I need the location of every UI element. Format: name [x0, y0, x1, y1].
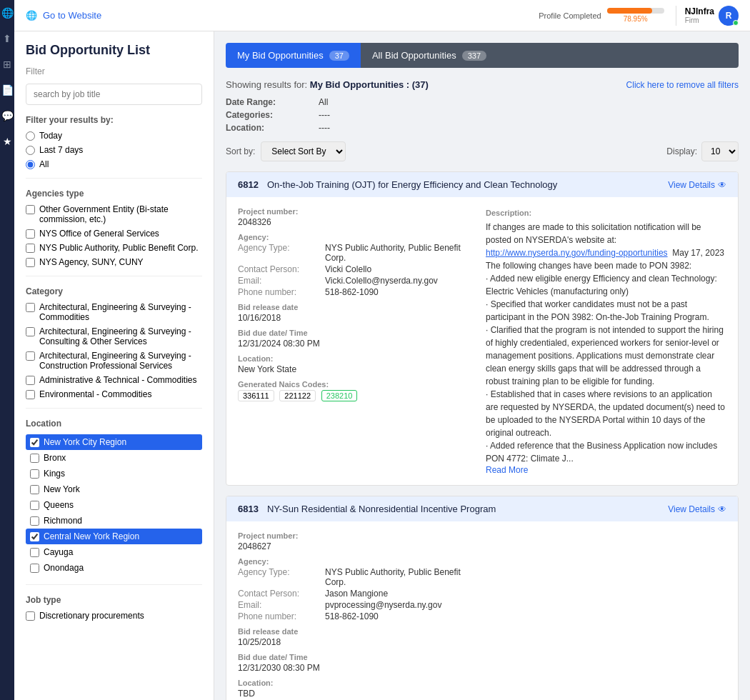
bid-release-field-6813: Bid release date 10/25/2018 [238, 627, 479, 647]
location-value-6813: TBD [238, 689, 479, 699]
sidebar: 🌐 ⬆ ⊞ 📄 💬 ★ [0, 0, 14, 700]
tabs-row: My Bid Opportunities 37 All Bid Opportun… [226, 43, 739, 68]
bid-release-label-6812: Bid release date [238, 303, 479, 311]
location-bronx[interactable]: Bronx [26, 450, 202, 466]
project-number-field-6812: Project number: 2048326 [238, 207, 479, 227]
location-central-ny[interactable]: Central New York Region [26, 529, 202, 544]
profile-section: Profile Completed 78.95% [539, 8, 664, 23]
bid-due-value-6812: 12/31/2024 08:30 PM [238, 339, 479, 349]
cat-surveying-construction[interactable]: Architectural, Engineering & Surveying -… [26, 351, 202, 371]
sort-select[interactable]: Select Sort By [261, 141, 346, 161]
bid-release-field-6812: Bid release date 10/16/2018 [238, 303, 479, 323]
agency-ogs[interactable]: NYS Office of General Services [26, 229, 202, 239]
filter-last7-label: Last 7 days [39, 145, 83, 155]
filter-today[interactable]: Today [26, 131, 202, 141]
search-input[interactable] [26, 84, 202, 105]
sidebar-icon-upload[interactable]: ⬆ [3, 33, 11, 44]
top-nav: 🌐 Go to Website Profile Completed 78.95%… [14, 0, 750, 31]
bid-release-label-6813: Bid release date [238, 627, 479, 636]
filter-last7[interactable]: Last 7 days [26, 145, 202, 155]
tab-all-bids-label: All Bid Opportunities [372, 50, 456, 61]
tab-all-bids[interactable]: All Bid Opportunities 337 [361, 43, 739, 68]
location-value-6812: New York State [238, 364, 479, 374]
agency-suny[interactable]: NYS Agency, SUNY, CUNY [26, 257, 202, 267]
page-title: Bid Opportunity List [26, 43, 202, 58]
agency-other-gov[interactable]: Other Government Entity (Bi-state commis… [26, 204, 202, 224]
project-number-label-6813: Project number: [238, 531, 479, 540]
job-type-group: Discretionary procurements [26, 611, 202, 621]
category-group: Architectural, Engineering & Surveying -… [26, 302, 202, 399]
location-queens[interactable]: Queens [26, 497, 202, 513]
category-label: Category [26, 286, 202, 296]
avatar-status-dot [733, 20, 739, 26]
job-discretionary[interactable]: Discretionary procurements [26, 611, 202, 621]
location-label: Location [26, 419, 202, 429]
bid-card-6813-header: 6813 NY-Sun Residential & Nonresidential… [226, 496, 738, 521]
location-cayuga[interactable]: Cayuga [26, 544, 202, 560]
location-kings[interactable]: Kings [26, 466, 202, 481]
description-link-6812[interactable]: http://www.nyserda.ny.gov/funding-opport… [486, 248, 668, 258]
cat-environmental[interactable]: Environmental - Commodities [26, 389, 202, 399]
top-nav-right: Profile Completed 78.95% NJInfra Firm R [539, 6, 739, 26]
bid-id-6813: 6813 [238, 504, 259, 514]
location-field-6813: Location: TBD [238, 679, 479, 699]
read-more-6812[interactable]: Read More [486, 465, 726, 475]
display-label: Display: [666, 146, 697, 156]
avatar-initials: R [726, 11, 732, 21]
goto-website-label: Go to Website [43, 10, 101, 21]
naics-field-6812: Generated Naics Codes: 336111 221122 238… [238, 380, 479, 401]
agency-public-authority[interactable]: NYS Public Authority, Public Benefit Cor… [26, 243, 202, 253]
left-panel: Bid Opportunity List Filter Filter your … [14, 31, 214, 700]
location-richmond[interactable]: Richmond [26, 513, 202, 529]
content-area: Bid Opportunity List Filter Filter your … [14, 31, 750, 700]
main-wrapper: 🌐 Go to Website Profile Completed 78.95%… [14, 0, 750, 700]
filter-today-label: Today [39, 131, 62, 141]
tab-my-bids[interactable]: My Bid Opportunities 37 [226, 43, 361, 68]
desc-label-6812: Description: [486, 209, 531, 217]
remove-filters-link[interactable]: Click here to remove all filters [626, 80, 739, 90]
firm-name: NJInfra [685, 6, 714, 16]
sidebar-icon-chat[interactable]: 💬 [1, 110, 14, 121]
sidebar-icon-star[interactable]: ★ [3, 136, 12, 147]
location-new-york[interactable]: New York [26, 481, 202, 497]
filter-by-label: Filter your results by: [26, 115, 202, 125]
project-number-value-6813: 2048627 [238, 541, 479, 551]
categories-meta-label: Categories: [226, 110, 311, 120]
location-onondaga[interactable]: Onondaga [26, 560, 202, 576]
display-select[interactable]: 10 25 50 [701, 141, 739, 161]
tab-my-bids-label: My Bid Opportunities [237, 50, 324, 61]
sidebar-icon-grid[interactable]: ⊞ [3, 59, 11, 70]
eye-icon-6812: 👁 [718, 180, 726, 190]
location-nyc-region[interactable]: New York City Region [26, 434, 202, 450]
view-details-6813[interactable]: View Details 👁 [668, 504, 726, 514]
bid-due-value-6813: 12/31/2030 08:30 PM [238, 663, 479, 673]
progress-bar [607, 8, 664, 14]
location-meta-value: ---- [319, 123, 739, 133]
goto-website-link[interactable]: 🌐 Go to Website [26, 10, 101, 21]
globe-icon: 🌐 [26, 10, 37, 21]
sidebar-icon-doc[interactable]: 📄 [1, 84, 14, 96]
agency-block-6812: Agency Type: NYS Public Authority, Publi… [238, 243, 479, 297]
sort-row: Sort by: Select Sort By Display: 10 25 5… [226, 141, 739, 161]
eye-icon-6813: 👁 [718, 504, 726, 514]
description-col-6812: Description: If changes are made to this… [486, 207, 726, 475]
description-text-6812: If changes are made to this solicitation… [486, 221, 726, 465]
avatar: R [719, 6, 739, 26]
sidebar-icon-globe[interactable]: 🌐 [1, 7, 14, 19]
view-details-6812[interactable]: View Details 👁 [668, 180, 726, 190]
tab-all-bids-count: 337 [462, 51, 486, 61]
results-query: My Bid Opportunities : (37) [310, 79, 429, 90]
agency-label-6812: Agency: [238, 233, 479, 241]
description-col-6813 [486, 531, 726, 699]
cat-surveying-other-services[interactable]: Architectural, Engineering & Surveying -… [26, 326, 202, 346]
cat-admin-technical[interactable]: Administrative & Technical - Commodities [26, 375, 202, 385]
bid-id-6812: 6812 [238, 179, 259, 190]
cat-surveying-commodities[interactable]: Architectural, Engineering & Surveying -… [26, 302, 202, 322]
location-field-6812: Location: New York State [238, 354, 479, 374]
filter-all[interactable]: All [26, 159, 202, 169]
bid-card-6813: 6813 NY-Sun Residential & Nonresidential… [226, 496, 739, 700]
agencies-group: Other Government Entity (Bi-state commis… [26, 204, 202, 267]
naics-label-6812: Generated Naics Codes: [238, 380, 479, 389]
naics-336111: 336111 [238, 390, 274, 401]
job-type-label: Job type [26, 595, 202, 605]
